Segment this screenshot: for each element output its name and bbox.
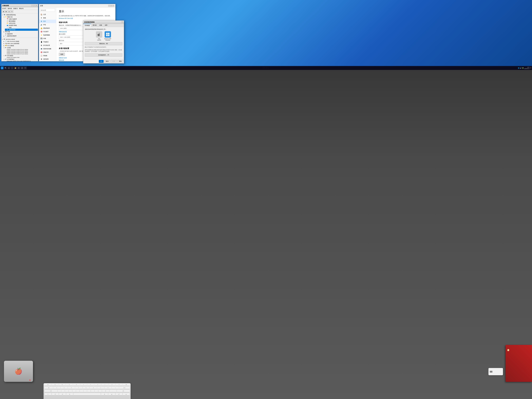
tree-item-system-tools[interactable]: ▼ 📁 系统工具 [3,16,38,18]
taskbar-view-icon[interactable]: ⊟ [7,66,10,70]
device-children: ▶ 💿 IDE ATA/ATAPI 控制器 ▶ 🔌 IEEE 1394 总线控制… [2,40,38,62]
bootcamp-close-button[interactable]: × [121,21,123,23]
tree-cpu1[interactable]: Intel(R) Core(TM) i5-3415M CPU @ 2.30GHz [6,49,38,50]
settings-nav-share[interactable]: 🎯 体验共享 [39,51,56,54]
bootcamp-tab-settings[interactable]: 设置 [103,24,109,27]
tree-audio1[interactable]: Digital Audio (S/PDIF) (Cirrus Logic CSA… [6,60,38,62]
tree-cpu2[interactable]: Intel(R) Core(TM) i5-3415M CPU @ 2.30GHz [6,50,38,52]
tree-item-devmgr[interactable]: ⚙ 设备管理器 [5,29,38,31]
taskbar-security-icon[interactable]: 🛡 [24,66,27,70]
bootcamp-ok-button[interactable]: 好 [99,60,104,63]
tree-display-adapter[interactable]: ▼ 🖥 显示适配器 [3,55,38,57]
taskbar-explorer-icon[interactable]: 📁 [14,66,17,70]
settings-nav-route[interactable]: ✈ 航线 [39,16,56,20]
toolbar-up-button[interactable]: ▲ [8,10,10,13]
settings-nav-multitask[interactable]: ⊞ 多任务处理 [39,44,56,47]
tree-item-mac2011[interactable]: ▼ 🖥 MAC2011-MIN1E [2,38,38,40]
devmgr-menu-view[interactable]: 查看(V) [13,8,18,10]
settings-nav-sound[interactable]: 🔊 声音 [39,23,56,26]
settings-nav-about[interactable]: ℹ 关于 [39,61,56,61]
bootcamp-restart-button[interactable]: 重新启动... (R) [85,42,122,45]
bootcamp-tab-display[interactable]: 显示器 [91,24,98,27]
tree-item-root[interactable]: ▼ 💻 计算机管理(本地) [2,14,38,16]
taskbar-search-icon[interactable]: 🔍 [4,66,7,70]
shared-icon: 📂 [7,22,9,24]
start-button[interactable]: ⊞ [1,66,4,70]
tree-item-storage[interactable]: ▶ 💾 存储 [3,31,38,33]
tree-item-tasks[interactable]: 📅 任务计划程序 [5,18,38,20]
devmgr-titlebar: 计算机管理 − □ × [1,4,38,7]
settings-nav-notify[interactable]: 🔔 通知和操作 [39,26,56,30]
settings-nav-tablet[interactable]: 📱 平板模式 [39,40,56,44]
toolbar-forward-button[interactable]: ▶ [5,10,7,13]
bootcamp-cancel-button[interactable]: 取消 [104,60,110,63]
settings-nav-remote[interactable]: 🖥 远程桌面 [39,57,56,61]
tree-item-events[interactable]: 📋 事件查看器 [5,20,38,22]
device-tree-section: ▼ 🖥 MAC2011-MIN1E ▶ 💿 IDE ATA/ATAPI 控制器 … [2,38,38,62]
tree-item-diskmap[interactable]: 🗂 磁盘管理 [3,33,38,35]
tree-item-performance[interactable]: 📈 性能 [5,26,38,29]
audio-icon: 🔊 [5,58,7,60]
home-icon: 🏠 [40,14,43,15]
bootcamp-tab-startup[interactable]: 启动磁盘 [83,24,91,27]
tree-igpu[interactable]: Intel(R) HD iGraphics 3000 [6,57,38,58]
bootcamp-tab-options[interactable]: 选项 [98,24,103,27]
tree-ide[interactable]: ▶ 💿 IDE ATA/ATAPI 控制器 [3,40,38,43]
devmgr-minimize-button[interactable]: − [31,5,33,6]
bootcamp-titlebar: 启动转换控制面板 × [83,21,124,24]
settings-nav-focus[interactable]: 🎯 专注助手 [39,30,56,33]
nav-label: 专注助手 [43,31,49,33]
bootcamp-os-mac[interactable]: MacmacOS [96,31,102,41]
tree-sd[interactable]: ▶ 💳 SD 主适配器 [3,44,38,47]
settings-nav-storage[interactable]: 💾 存储 [39,37,56,40]
settings-nav-clipboard[interactable]: 📋 剪贴板 [39,54,56,57]
tree-cpu3[interactable]: Intel(R) Core(TM) i5-3415M CPU @ 2.30GHz [6,52,38,53]
windows-logo-svg [106,32,110,36]
nav-label: 体验共享 [43,51,49,53]
bootcamp-target-disk-button[interactable]: 目标磁盘模式... (T) [85,53,122,57]
svg-rect-0 [106,33,108,34]
toolbar-back-button[interactable]: ◀ [2,10,5,13]
taskbar-mail-icon[interactable]: ✉ [17,66,20,70]
settings-close-button[interactable]: × [112,5,114,7]
bootcamp-os-windows[interactable]: BOOTCAMPWindows [104,31,111,41]
tree-processor[interactable]: ▼ ⚙ 处理器 [3,47,38,49]
tree-item-services[interactable]: ▶ 🔧 服务和应用程序 [3,35,38,37]
devmgr-window-controls: − □ × [31,5,37,6]
devmgr-menu-help[interactable]: 帮助(H) [19,8,24,10]
bootcamp-help-button[interactable]: 帮助 [117,60,123,63]
bootcamp-os-selection: MacmacOS BOOTCAMPWindows [85,31,122,41]
bootcamp-body: 选择启动时要使用的系统盘发布 (S)： MacmacOS [83,27,124,59]
detect-button[interactable]: 检测 [59,53,65,56]
bootcamp-apply-button[interactable]: 应用 [111,60,117,63]
settings-minimize-button[interactable]: − [108,5,110,7]
tree-cpu4[interactable]: Intel(R) Core(TM) i5-3415M CPU @ 2.30GHz [6,53,38,55]
devmgr-maximize-button[interactable]: □ [33,5,35,6]
devmgr-close-button[interactable]: × [36,5,37,6]
nav-label: 航线 [43,17,46,19]
settings-maximize-button[interactable]: □ [110,5,112,7]
tree-item-users[interactable]: 👥 本地用户和组 [5,24,38,26]
devmgr-menu-action[interactable]: 操作(A) [8,8,12,10]
settings-nav-power[interactable]: ⚡ 电源和睡眠 [39,33,56,37]
storage-nav-icon: 💾 [40,38,43,39]
toolbar-refresh-button[interactable]: ↻ [11,10,13,13]
sound-icon: 🔊 [40,24,43,26]
tree-audio[interactable]: ▼ 🔊 多功能和输出 [3,58,38,60]
share-icon: 🎯 [40,51,43,53]
settings-nav-display[interactable]: 🖥 显示 [39,20,56,23]
settings-nav-home[interactable]: 🏠 主页 [39,13,56,16]
bootcamp-dialog-buttons: 好 取消 应用 帮助 [83,59,124,63]
bootcamp-subtitle: 选择启动时要使用的系统盘发布 (S)： [85,28,122,30]
settings-nav-project[interactable]: 💻 投影到此电脑 [39,47,56,51]
devmgr-menu-file[interactable]: 文件(F) [2,8,6,10]
tree-ieee1394[interactable]: ▶ 🔌 IEEE 1394 总线控制器 [3,43,38,44]
audio-items: Digital Audio (S/PDIF) (Cirrus Logic CSA… [3,60,38,62]
hdr-color-link[interactable]: Windows HD Color 设置 [59,18,113,19]
settings-search-input[interactable] [40,9,55,12]
apple-logo-svg [97,32,101,37]
tree-item-shared[interactable]: 📂 共享文件夹 [5,22,38,24]
settings-navigation: 🏠 主页 ✈ 航线 🖥 显示 🔊 声音 🔔 通知和操作 [39,7,56,61]
taskbar-settings-icon[interactable]: ⚙ [21,66,24,70]
taskbar-edge-icon[interactable]: e [11,66,14,70]
